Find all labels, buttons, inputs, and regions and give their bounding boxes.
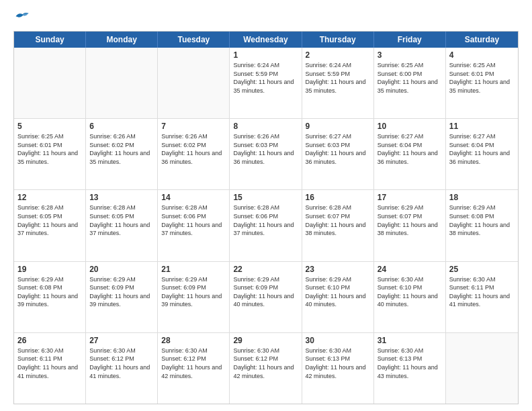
day-cell-20: 20Sunrise: 6:29 AM Sunset: 6:09 PM Dayli… <box>86 262 158 332</box>
day-number: 16 <box>306 193 370 202</box>
day-text: Sunrise: 6:27 AM Sunset: 6:04 PM Dayligh… <box>449 132 515 166</box>
day-number: 2 <box>306 50 370 60</box>
day-text: Sunrise: 6:26 AM Sunset: 6:02 PM Dayligh… <box>89 132 154 166</box>
day-cell-26: 26Sunrise: 6:30 AM Sunset: 6:11 PM Dayli… <box>14 333 86 404</box>
day-text: Sunrise: 6:30 AM Sunset: 6:11 PM Dayligh… <box>449 275 515 309</box>
calendar-header: SundayMondayTuesdayWednesdayThursdayFrid… <box>14 32 518 48</box>
day-number: 3 <box>378 50 442 60</box>
day-number: 13 <box>89 193 154 202</box>
day-cell-11: 11Sunrise: 6:27 AM Sunset: 6:04 PM Dayli… <box>446 119 518 189</box>
day-number: 17 <box>378 193 442 202</box>
day-number: 31 <box>378 336 442 345</box>
empty-cell <box>158 48 230 118</box>
day-cell-12: 12Sunrise: 6:28 AM Sunset: 6:05 PM Dayli… <box>14 190 86 261</box>
day-cell-16: 16Sunrise: 6:28 AM Sunset: 6:07 PM Dayli… <box>302 190 374 261</box>
day-cell-25: 25Sunrise: 6:30 AM Sunset: 6:11 PM Dayli… <box>446 262 518 332</box>
week-row-0: 1Sunrise: 6:24 AM Sunset: 5:59 PM Daylig… <box>14 48 518 119</box>
day-cell-28: 28Sunrise: 6:30 AM Sunset: 6:12 PM Dayli… <box>158 333 230 404</box>
day-text: Sunrise: 6:30 AM Sunset: 6:12 PM Dayligh… <box>89 347 154 380</box>
day-text: Sunrise: 6:29 AM Sunset: 6:09 PM Dayligh… <box>233 275 298 309</box>
day-cell-7: 7Sunrise: 6:26 AM Sunset: 6:02 PM Daylig… <box>158 119 230 189</box>
day-cell-8: 8Sunrise: 6:26 AM Sunset: 6:03 PM Daylig… <box>230 119 302 189</box>
day-text: Sunrise: 6:30 AM Sunset: 6:13 PM Dayligh… <box>306 347 370 380</box>
day-text: Sunrise: 6:25 AM Sunset: 6:00 PM Dayligh… <box>378 61 442 95</box>
day-text: Sunrise: 6:29 AM Sunset: 6:10 PM Dayligh… <box>306 275 370 309</box>
day-number: 28 <box>161 336 226 345</box>
empty-cell <box>14 48 86 118</box>
day-text: Sunrise: 6:29 AM Sunset: 6:09 PM Dayligh… <box>161 275 226 309</box>
week-row-1: 5Sunrise: 6:25 AM Sunset: 6:01 PM Daylig… <box>14 119 518 190</box>
day-text: Sunrise: 6:30 AM Sunset: 6:12 PM Dayligh… <box>161 347 226 380</box>
day-text: Sunrise: 6:28 AM Sunset: 6:06 PM Dayligh… <box>233 203 298 237</box>
day-cell-22: 22Sunrise: 6:29 AM Sunset: 6:09 PM Dayli… <box>230 262 302 332</box>
page: SundayMondayTuesdayWednesdayThursdayFrid… <box>0 0 532 411</box>
day-number: 11 <box>449 122 515 131</box>
day-cell-9: 9Sunrise: 6:27 AM Sunset: 6:03 PM Daylig… <box>302 119 374 189</box>
day-text: Sunrise: 6:30 AM Sunset: 6:13 PM Dayligh… <box>378 347 442 380</box>
day-text: Sunrise: 6:25 AM Sunset: 6:01 PM Dayligh… <box>17 132 82 166</box>
day-cell-31: 31Sunrise: 6:30 AM Sunset: 6:13 PM Dayli… <box>374 333 446 404</box>
day-cell-2: 2Sunrise: 6:24 AM Sunset: 5:59 PM Daylig… <box>302 48 374 118</box>
day-cell-15: 15Sunrise: 6:28 AM Sunset: 6:06 PM Dayli… <box>230 190 302 261</box>
day-cell-6: 6Sunrise: 6:26 AM Sunset: 6:02 PM Daylig… <box>86 119 158 189</box>
day-cell-10: 10Sunrise: 6:27 AM Sunset: 6:04 PM Dayli… <box>374 119 446 189</box>
day-text: Sunrise: 6:24 AM Sunset: 5:59 PM Dayligh… <box>233 61 298 95</box>
header-day-sunday: Sunday <box>14 32 86 48</box>
header <box>13 12 519 24</box>
day-number: 7 <box>161 122 226 131</box>
day-number: 23 <box>306 265 370 274</box>
day-number: 19 <box>17 265 82 274</box>
empty-cell <box>446 333 518 404</box>
day-number: 15 <box>233 193 298 202</box>
header-day-saturday: Saturday <box>446 32 518 48</box>
day-number: 9 <box>306 122 370 131</box>
logo <box>13 12 30 24</box>
day-cell-21: 21Sunrise: 6:29 AM Sunset: 6:09 PM Dayli… <box>158 262 230 332</box>
day-number: 20 <box>89 265 154 274</box>
day-text: Sunrise: 6:29 AM Sunset: 6:08 PM Dayligh… <box>449 203 515 237</box>
header-day-friday: Friday <box>374 32 446 48</box>
day-text: Sunrise: 6:27 AM Sunset: 6:04 PM Dayligh… <box>378 132 442 166</box>
day-number: 25 <box>449 265 515 274</box>
day-number: 18 <box>449 193 515 202</box>
day-number: 24 <box>378 265 442 274</box>
day-number: 29 <box>233 336 298 345</box>
day-text: Sunrise: 6:30 AM Sunset: 6:11 PM Dayligh… <box>17 347 82 380</box>
empty-cell <box>86 48 158 118</box>
day-text: Sunrise: 6:28 AM Sunset: 6:06 PM Dayligh… <box>161 203 226 237</box>
day-text: Sunrise: 6:29 AM Sunset: 6:08 PM Dayligh… <box>17 275 82 309</box>
calendar: SundayMondayTuesdayWednesdayThursdayFrid… <box>13 31 519 404</box>
day-text: Sunrise: 6:28 AM Sunset: 6:05 PM Dayligh… <box>89 203 154 237</box>
day-cell-18: 18Sunrise: 6:29 AM Sunset: 6:08 PM Dayli… <box>446 190 518 261</box>
day-number: 14 <box>161 193 226 202</box>
day-cell-19: 19Sunrise: 6:29 AM Sunset: 6:08 PM Dayli… <box>14 262 86 332</box>
day-number: 6 <box>89 122 154 131</box>
day-number: 27 <box>89 336 154 345</box>
day-text: Sunrise: 6:28 AM Sunset: 6:07 PM Dayligh… <box>306 203 370 237</box>
day-text: Sunrise: 6:29 AM Sunset: 6:07 PM Dayligh… <box>378 203 442 237</box>
day-cell-14: 14Sunrise: 6:28 AM Sunset: 6:06 PM Dayli… <box>158 190 230 261</box>
header-day-tuesday: Tuesday <box>158 32 230 48</box>
week-row-4: 26Sunrise: 6:30 AM Sunset: 6:11 PM Dayli… <box>14 333 518 404</box>
day-cell-23: 23Sunrise: 6:29 AM Sunset: 6:10 PM Dayli… <box>302 262 374 332</box>
bird-icon <box>15 9 30 24</box>
day-number: 1 <box>233 50 298 60</box>
day-cell-24: 24Sunrise: 6:30 AM Sunset: 6:10 PM Dayli… <box>374 262 446 332</box>
day-text: Sunrise: 6:27 AM Sunset: 6:03 PM Dayligh… <box>306 132 370 166</box>
day-cell-13: 13Sunrise: 6:28 AM Sunset: 6:05 PM Dayli… <box>86 190 158 261</box>
day-cell-3: 3Sunrise: 6:25 AM Sunset: 6:00 PM Daylig… <box>374 48 446 118</box>
day-cell-27: 27Sunrise: 6:30 AM Sunset: 6:12 PM Dayli… <box>86 333 158 404</box>
header-day-wednesday: Wednesday <box>230 32 302 48</box>
day-cell-30: 30Sunrise: 6:30 AM Sunset: 6:13 PM Dayli… <box>302 333 374 404</box>
day-number: 5 <box>17 122 82 131</box>
week-row-3: 19Sunrise: 6:29 AM Sunset: 6:08 PM Dayli… <box>14 262 518 333</box>
day-number: 22 <box>233 265 298 274</box>
day-text: Sunrise: 6:26 AM Sunset: 6:02 PM Dayligh… <box>161 132 226 166</box>
calendar-body: 1Sunrise: 6:24 AM Sunset: 5:59 PM Daylig… <box>14 48 518 404</box>
header-day-thursday: Thursday <box>302 32 374 48</box>
day-number: 12 <box>17 193 82 202</box>
day-cell-5: 5Sunrise: 6:25 AM Sunset: 6:01 PM Daylig… <box>14 119 86 189</box>
day-number: 30 <box>306 336 370 345</box>
day-number: 8 <box>233 122 298 131</box>
day-number: 10 <box>378 122 442 131</box>
